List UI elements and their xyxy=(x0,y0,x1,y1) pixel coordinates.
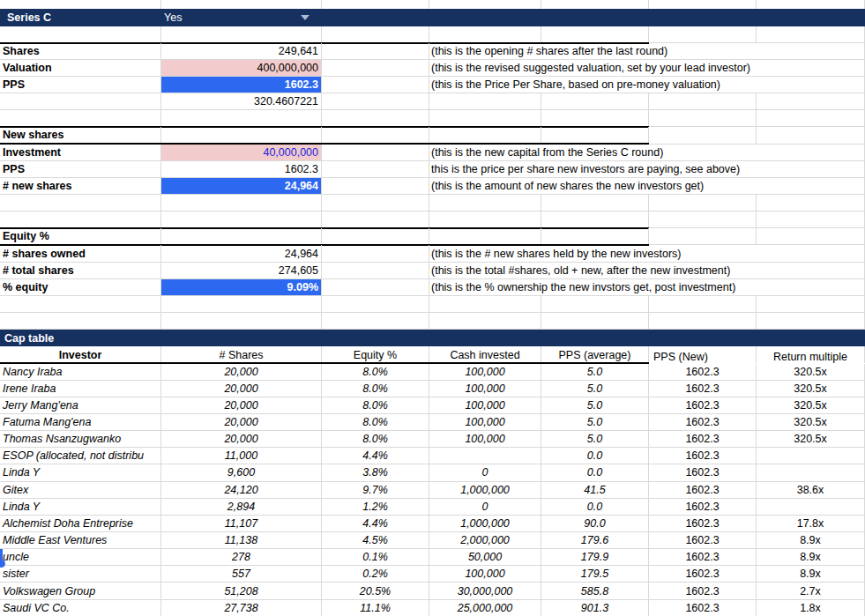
return-multiple-cell[interactable]: 1.8x xyxy=(757,600,865,616)
empty-cell[interactable] xyxy=(0,195,161,212)
return-multiple-cell[interactable]: 38.6x xyxy=(757,482,865,499)
cash-invested-cell[interactable]: 0 xyxy=(429,464,541,481)
empty-cell[interactable] xyxy=(649,228,757,245)
row-label-cell[interactable]: Valuation xyxy=(0,60,161,77)
row-label-cell[interactable] xyxy=(0,93,161,110)
shares-cell[interactable]: 27,738 xyxy=(161,600,322,616)
equity-cell[interactable]: 0.1% xyxy=(322,549,429,566)
shares-cell[interactable]: 278 xyxy=(161,549,322,566)
equity-cell[interactable]: 8.0% xyxy=(322,431,429,448)
empty-cell[interactable] xyxy=(649,296,757,313)
empty-cell[interactable] xyxy=(541,212,649,228)
investor-cell[interactable]: Volkswagen Group xyxy=(0,583,161,599)
empty-cell[interactable] xyxy=(161,313,322,330)
empty-cell[interactable] xyxy=(757,110,865,127)
pps-average-cell[interactable]: 5.0 xyxy=(541,364,649,381)
empty-cell[interactable] xyxy=(649,26,757,43)
empty-cell[interactable] xyxy=(322,296,429,313)
empty-cell[interactable] xyxy=(757,127,865,144)
pps-new-cell[interactable]: 1602.3 xyxy=(649,482,757,499)
pps-new-cell[interactable]: 1602.3 xyxy=(649,532,757,549)
return-multiple-cell[interactable] xyxy=(757,499,865,516)
equity-cell[interactable]: 0.2% xyxy=(322,566,429,583)
shares-cell[interactable]: 20,000 xyxy=(161,364,322,381)
pps-new-cell[interactable]: 1602.3 xyxy=(649,549,757,566)
shares-cell[interactable]: 9,600 xyxy=(161,464,322,481)
empty-cell[interactable] xyxy=(322,127,429,144)
equity-cell[interactable]: 11.1% xyxy=(322,600,429,616)
row-comment-cell[interactable]: (this is the % ownership the new invstor… xyxy=(429,279,865,296)
empty-cell[interactable] xyxy=(161,212,322,228)
pps-new-cell[interactable]: 1602.3 xyxy=(649,583,757,599)
row-value-cell[interactable]: 9.09% xyxy=(161,279,322,296)
empty-cell[interactable] xyxy=(322,245,429,262)
empty-cell[interactable] xyxy=(649,93,757,110)
shares-cell[interactable]: 2,894 xyxy=(161,499,322,516)
empty-cell[interactable] xyxy=(161,228,322,245)
row-comment-cell[interactable]: (this is the total #shares, old + new, a… xyxy=(429,263,865,279)
column-header-cell[interactable]: Cash invested xyxy=(429,346,541,363)
empty-cell[interactable] xyxy=(757,93,865,110)
row-comment-cell[interactable]: (this is the amount of new shares the ne… xyxy=(429,178,865,195)
return-multiple-cell[interactable]: 17.8x xyxy=(757,516,865,532)
row-label-cell[interactable]: # new shares xyxy=(0,178,161,195)
row-comment-cell[interactable]: this is the price per share new investor… xyxy=(429,161,865,178)
empty-cell[interactable] xyxy=(161,195,322,212)
row-value-cell[interactable]: 274,605 xyxy=(161,263,322,279)
equity-cell[interactable]: 8.0% xyxy=(322,397,429,414)
empty-cell[interactable] xyxy=(429,110,541,127)
equity-cell[interactable]: 3.8% xyxy=(322,464,429,481)
shares-cell[interactable]: 24,120 xyxy=(161,482,322,499)
pps-new-cell[interactable]: 1602.3 xyxy=(649,448,757,464)
empty-cell[interactable] xyxy=(322,195,429,212)
return-multiple-cell[interactable]: 320.5x xyxy=(757,397,865,414)
empty-cell[interactable] xyxy=(322,110,429,127)
empty-cell[interactable] xyxy=(0,26,161,43)
shares-cell[interactable]: 11,107 xyxy=(161,516,322,532)
pps-average-cell[interactable]: 5.0 xyxy=(541,414,649,431)
equity-cell[interactable]: 20.5% xyxy=(322,583,429,599)
column-header-cell[interactable]: PPS (average) xyxy=(541,346,649,363)
empty-cell[interactable] xyxy=(322,145,429,161)
investor-cell[interactable]: Saudi VC Co. xyxy=(0,600,161,616)
shares-cell[interactable]: 20,000 xyxy=(161,381,322,397)
empty-cell[interactable] xyxy=(322,178,429,195)
empty-cell[interactable] xyxy=(541,127,649,144)
return-multiple-cell[interactable]: 320.5x xyxy=(757,364,865,381)
investor-cell[interactable]: Middle East Ventures xyxy=(0,532,161,549)
return-multiple-cell[interactable]: 320.5x xyxy=(757,431,865,448)
pps-average-cell[interactable]: 90.0 xyxy=(541,516,649,532)
pps-new-cell[interactable]: 1602.3 xyxy=(649,499,757,516)
pps-new-cell[interactable]: 1602.3 xyxy=(649,516,757,532)
cash-invested-cell[interactable]: 100,000 xyxy=(429,364,541,381)
shares-cell[interactable]: 557 xyxy=(161,566,322,583)
empty-cell[interactable] xyxy=(161,127,322,144)
return-multiple-cell[interactable]: 320.5x xyxy=(757,381,865,397)
cash-invested-cell[interactable]: 100,000 xyxy=(429,397,541,414)
empty-cell[interactable] xyxy=(541,195,649,212)
pps-average-cell[interactable]: 41.5 xyxy=(541,482,649,499)
equity-cell[interactable]: 8.0% xyxy=(322,381,429,397)
empty-cell[interactable] xyxy=(649,195,757,212)
row-label-cell[interactable]: % equity xyxy=(0,279,161,296)
cash-invested-cell[interactable]: 2,000,000 xyxy=(429,532,541,549)
row-comment-cell[interactable]: (this is the Price Per Share, based on p… xyxy=(429,77,865,93)
pps-average-cell[interactable]: 179.6 xyxy=(541,532,649,549)
empty-cell[interactable] xyxy=(322,161,429,178)
row-value-cell[interactable]: 249,641 xyxy=(161,43,322,60)
empty-cell[interactable] xyxy=(649,313,757,330)
empty-cell[interactable] xyxy=(322,26,429,43)
empty-cell[interactable] xyxy=(0,296,161,313)
investor-cell[interactable]: Jerry Mang'ena xyxy=(0,397,161,414)
pps-new-cell[interactable]: 1602.3 xyxy=(649,364,757,381)
empty-cell[interactable] xyxy=(322,313,429,330)
row-value-cell[interactable]: 1602.3 xyxy=(161,161,322,178)
shares-cell[interactable]: 51,208 xyxy=(161,583,322,599)
cash-invested-cell[interactable]: 100,000 xyxy=(429,381,541,397)
equity-cell[interactable]: 4.4% xyxy=(322,516,429,532)
empty-cell[interactable] xyxy=(0,110,161,127)
investor-cell[interactable]: Gitex xyxy=(0,482,161,499)
section-title-cell[interactable]: New shares xyxy=(0,127,161,144)
cash-invested-cell[interactable]: 25,000,000 xyxy=(429,600,541,616)
cash-invested-cell[interactable]: 1,000,000 xyxy=(429,516,541,532)
